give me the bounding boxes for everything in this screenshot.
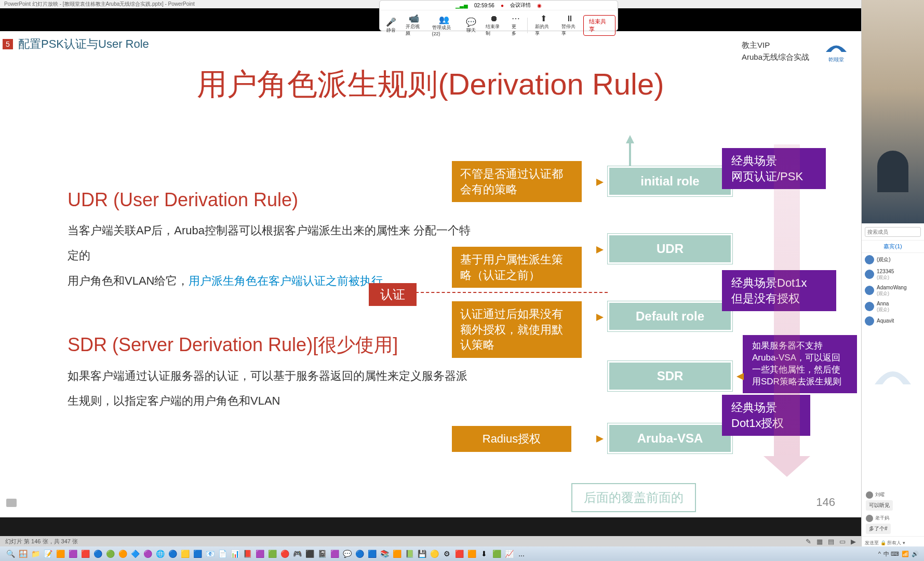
taskbar-app-icon[interactable]: 🟦 — [367, 549, 377, 559]
tab-guests[interactable]: 嘉宾(1) — [862, 241, 924, 253]
people-icon: 👥 — [439, 15, 449, 24]
udr-paragraph: 当客户端关联AP后，Aruba控制器可以根据客户端派生出来的属性来 分配一个特定… — [68, 218, 473, 293]
participant-item[interactable]: AdamoWang(观众) — [862, 283, 924, 299]
chat-message: 刘曜可以听见 — [862, 489, 924, 513]
taskbar-app-icon[interactable]: 💾 — [417, 549, 427, 559]
taskbar-app-icon[interactable]: 🔵 — [354, 549, 365, 559]
taskbar-app-icon[interactable]: 🟥 — [454, 549, 464, 559]
status-bar: 幻灯片 第 146 张，共 347 张 ✎ ▦ ▤ ▭ ▶ — [0, 536, 861, 546]
pen-icon[interactable]: ✎ — [806, 538, 811, 545]
taskbar-app-icon[interactable]: 🔵 — [167, 549, 178, 559]
corner-info: 教主VIP Aruba无线综合实战 — [742, 39, 809, 63]
taskbar-app-icon[interactable]: ... — [516, 549, 527, 559]
taskbar-app-icon[interactable]: 📗 — [404, 549, 414, 559]
record-icon: ● — [501, 3, 504, 8]
tray-up-icon[interactable]: ^ — [878, 551, 881, 557]
view-reading-icon[interactable]: ▭ — [839, 538, 846, 545]
taskbar-app-icon[interactable]: 📁 — [30, 549, 41, 559]
signal-icon: ▁▃▅ — [456, 3, 468, 8]
slide-title: 用户角色派生规则(Derivation Rule) — [197, 64, 664, 105]
taskbar-app-icon[interactable]: 🟧 — [392, 549, 402, 559]
participant-item[interactable]: Anna(观众) — [862, 299, 924, 315]
taskbar-app-icon[interactable]: 🟥 — [80, 549, 90, 559]
participant-item[interactable]: 123345(观众) — [862, 266, 924, 283]
taskbar-app-icon[interactable]: ⬇ — [479, 549, 489, 559]
pause-share-button[interactable]: ⏸暂停共享 — [557, 13, 583, 38]
flow-udr: UDR — [608, 234, 732, 264]
view-normal-icon[interactable]: ▦ — [816, 538, 823, 545]
mute-button[interactable]: 🎤静音 — [382, 16, 400, 35]
taskbar-app-icon[interactable]: ⚙ — [441, 549, 452, 559]
desc-initial: 不管是否通过认证都会有的策略 — [452, 161, 582, 202]
taskbar-app-icon[interactable]: 🟪 — [255, 549, 265, 559]
chat-icon: 💬 — [466, 17, 476, 27]
taskbar-app-icon[interactable]: 🟧 — [466, 549, 477, 559]
taskbar-app-icon[interactable]: 📄 — [217, 549, 227, 559]
tray-volume-icon[interactable]: 🔊 — [912, 551, 919, 557]
tray-wifi-icon[interactable]: 📶 — [902, 551, 909, 557]
taskbar-app-icon[interactable]: 🪟 — [18, 549, 28, 559]
taskbar-app-icon[interactable]: 📊 — [230, 549, 240, 559]
ime-indicator[interactable]: 中 ⌨ — [883, 550, 899, 558]
hamburger-icon[interactable] — [6, 499, 17, 507]
connector-arrow-icon — [596, 179, 604, 186]
flow-default-role: Default role — [608, 301, 732, 331]
taskbar-app-icon[interactable]: 🔵 — [92, 549, 103, 559]
flow-sdr: SDR — [608, 361, 732, 391]
search-members-input[interactable] — [865, 227, 921, 237]
taskbar-app-icon[interactable]: 🟦 — [192, 549, 203, 559]
connector-arrow-icon — [736, 373, 744, 380]
avatar — [865, 286, 874, 295]
taskbar-app-icon[interactable]: 🟡 — [429, 549, 439, 559]
connector-arrow-icon — [596, 314, 604, 321]
pause-icon: ⏸ — [566, 14, 574, 23]
participant-item[interactable]: (观众) — [862, 253, 924, 266]
taskbar-app-icon[interactable]: 🟣 — [142, 549, 153, 559]
taskbar-app-icon[interactable]: 🟢 — [105, 549, 115, 559]
flow-initial-role: initial role — [608, 166, 732, 196]
taskbar-app-icon[interactable]: 📚 — [379, 549, 390, 559]
chat-message: 老干妈多了个# — [862, 513, 924, 536]
video-button[interactable]: 📹开启视频 — [401, 12, 427, 38]
more-button[interactable]: ⋯更多 — [507, 12, 524, 38]
avatar — [865, 270, 874, 279]
taskbar-app-icon[interactable]: 📕 — [242, 549, 252, 559]
taskbar-app-icon[interactable]: 🟩 — [491, 549, 502, 559]
windows-taskbar: 🔍🪟📁📝🟧🟪🟥🔵🟢🟠🔷🟣🌐🔵🟨🟦📧📄📊📕🟪🟩🔴🎮⬛📓🟪💬🔵🟦📚🟧📗💾🟡⚙🟥🟧⬇🟩… — [0, 546, 924, 561]
send-to-label[interactable]: 发送至 🔒 所有人 ▾ — [865, 540, 921, 546]
taskbar-app-icon[interactable]: 📈 — [504, 549, 514, 559]
meeting-detail[interactable]: 会议详情 — [510, 2, 531, 9]
taskbar-app-icon[interactable]: 📝 — [43, 549, 53, 559]
taskbar-app-icon[interactable]: 🟪 — [329, 549, 340, 559]
end-share-button[interactable]: 结束共享 — [583, 15, 615, 36]
watermark-logo — [867, 353, 919, 405]
chat-button[interactable]: 💬聊天 — [462, 16, 480, 35]
view-sorter-icon[interactable]: ▤ — [828, 538, 834, 545]
brand-logo: 乾颐堂 — [821, 36, 852, 62]
camera-icon: 📹 — [409, 14, 419, 23]
manage-members-button[interactable]: 👥管理成员(22) — [428, 14, 461, 37]
view-slideshow-icon[interactable]: ▶ — [851, 538, 856, 545]
taskbar-app-icon[interactable]: 🟪 — [68, 549, 78, 559]
new-share-button[interactable]: ⬆新的共享 — [531, 12, 556, 38]
taskbar-app-icon[interactable]: 💬 — [342, 549, 352, 559]
taskbar-app-icon[interactable]: ⬛ — [304, 549, 315, 559]
taskbar-app-icon[interactable]: 🔴 — [279, 549, 290, 559]
taskbar-app-icon[interactable]: 🔷 — [130, 549, 140, 559]
taskbar-app-icon[interactable]: 🎮 — [292, 549, 302, 559]
participant-item[interactable]: Aquavit — [862, 314, 924, 328]
taskbar-app-icon[interactable]: 📓 — [317, 549, 327, 559]
taskbar-app-icon[interactable]: 🟠 — [117, 549, 128, 559]
section-title: 配置PSK认证与User Role — [18, 36, 149, 52]
scenario-sdr-note: 如果服务器不支持Aruba-VSA，可以返回一些其他属性，然后使用SDR策略去派… — [743, 335, 857, 393]
end-record-button[interactable]: ⏺结束录制 — [481, 13, 507, 38]
avatar — [865, 316, 874, 326]
taskbar-app-icon[interactable]: 🟧 — [55, 549, 65, 559]
taskbar-app-icon[interactable]: 🔍 — [5, 549, 16, 559]
taskbar-app-icon[interactable]: 🟩 — [267, 549, 277, 559]
taskbar-app-icon[interactable]: 🟨 — [180, 549, 190, 559]
arrow-up-icon — [626, 135, 634, 143]
taskbar-app-icon[interactable]: 📧 — [205, 549, 215, 559]
taskbar-app-icon[interactable]: 🌐 — [155, 549, 165, 559]
udr-heading: UDR (User Derivation Rule) — [68, 189, 298, 211]
